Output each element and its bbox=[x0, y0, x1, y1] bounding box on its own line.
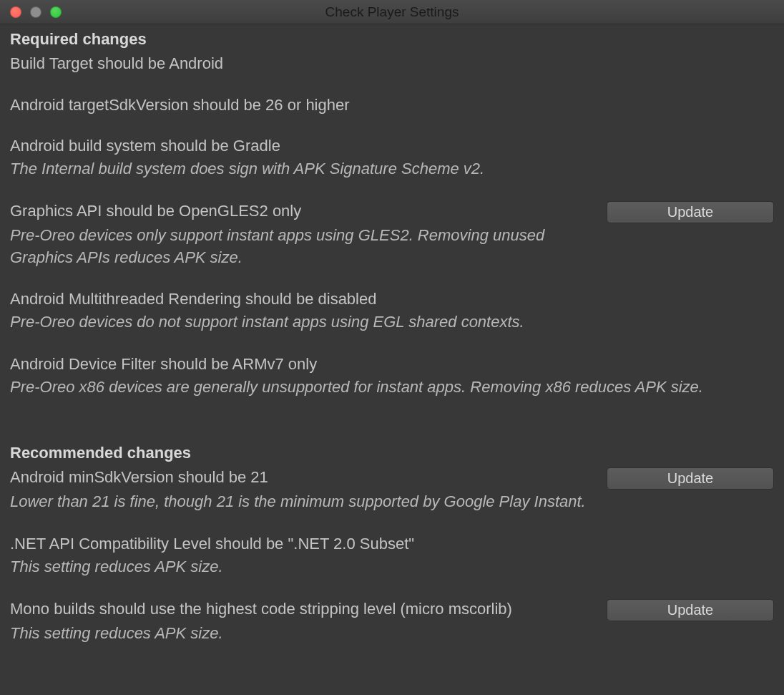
setting-item: Android targetSdkVersion should be 26 or… bbox=[10, 94, 774, 116]
minimize-button[interactable] bbox=[30, 6, 41, 18]
setting-item: Android Device Filter should be ARMv7 on… bbox=[10, 354, 774, 398]
setting-title: Build Target should be Android bbox=[10, 53, 774, 74]
setting-title: .NET API Compatibility Level should be "… bbox=[10, 533, 774, 555]
setting-item: Android minSdkVersion should be 21 Updat… bbox=[10, 467, 774, 513]
setting-title: Android minSdkVersion should be 21 bbox=[10, 467, 598, 488]
setting-description: This setting reduces APK size. bbox=[10, 556, 768, 578]
update-button[interactable]: Update bbox=[607, 467, 774, 490]
setting-item: Android build system should be Gradle Th… bbox=[10, 135, 774, 180]
window-controls bbox=[0, 6, 62, 18]
close-button[interactable] bbox=[10, 6, 21, 18]
window-title: Check Player Settings bbox=[0, 4, 784, 20]
setting-item: Build Target should be Android bbox=[10, 53, 774, 74]
titlebar: Check Player Settings bbox=[0, 0, 784, 24]
content-area: Required changes Build Target should be … bbox=[0, 24, 784, 675]
setting-title: Android Multithreaded Rendering should b… bbox=[10, 288, 774, 310]
setting-title: Android Device Filter should be ARMv7 on… bbox=[10, 354, 774, 375]
setting-description: Pre-Oreo devices only support instant ap… bbox=[10, 225, 597, 269]
setting-title: Android build system should be Gradle bbox=[10, 135, 774, 157]
setting-description: The Internal build system does sign with… bbox=[10, 158, 768, 180]
recommended-section-header: Recommended changes bbox=[10, 444, 774, 462]
setting-title: Android targetSdkVersion should be 26 or… bbox=[10, 94, 774, 116]
setting-description: Pre-Oreo x86 devices are generally unsup… bbox=[10, 376, 768, 399]
required-section-header: Required changes bbox=[10, 30, 774, 49]
setting-description: Lower than 21 is fine, though 21 is the … bbox=[10, 491, 597, 513]
maximize-button[interactable] bbox=[50, 6, 62, 18]
setting-item: Android Multithreaded Rendering should b… bbox=[10, 288, 774, 333]
setting-item: Mono builds should use the highest code … bbox=[10, 598, 774, 645]
setting-description: Pre-Oreo devices do not support instant … bbox=[10, 311, 768, 334]
update-button[interactable]: Update bbox=[607, 201, 774, 223]
update-button[interactable]: Update bbox=[607, 599, 774, 621]
setting-title: Mono builds should use the highest code … bbox=[10, 598, 598, 620]
setting-description: This setting reduces APK size. bbox=[10, 623, 768, 645]
setting-item: .NET API Compatibility Level should be "… bbox=[10, 533, 774, 578]
setting-title: Graphics API should be OpenGLES2 only bbox=[10, 200, 598, 222]
setting-item: Graphics API should be OpenGLES2 only Up… bbox=[10, 200, 774, 269]
